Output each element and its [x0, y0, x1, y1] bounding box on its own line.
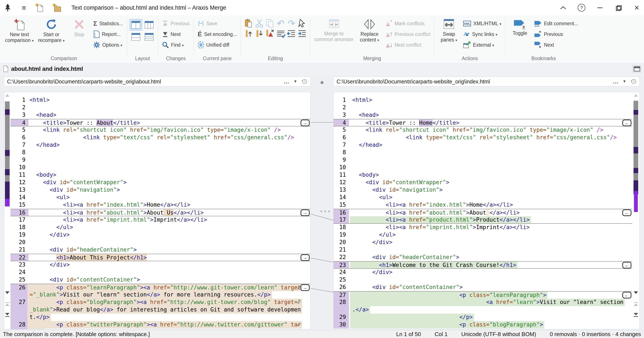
right-code-line-wrap[interactable]: .</a> — [334, 306, 632, 314]
statistics-button[interactable]: Σ Statistics... — [92, 19, 124, 28]
right-code-line[interactable]: 21 — [334, 246, 632, 254]
copy-change-to-left-button[interactable]: ← — [622, 120, 632, 126]
last-change-icon[interactable] — [634, 312, 638, 318]
next-conflict-button[interactable]: Next conflict — [384, 40, 432, 50]
first-change-icon[interactable] — [5, 302, 10, 308]
copy-change-to-right-button[interactable]: → — [300, 284, 310, 291]
minimize-button[interactable] — [596, 4, 604, 12]
left-code-pane[interactable]: 1<html>23 <head>4 <title>Tower :: About<… — [4, 92, 311, 330]
left-file-path-bar[interactable]: C:\Users\brunobrito\Documents\carparts-w… — [4, 76, 311, 86]
left-overview-strip[interactable] — [4, 92, 10, 329]
open-folder-icon[interactable] — [52, 3, 61, 12]
status-encoding[interactable]: Unicode (UTF-8 without BOM) — [461, 331, 536, 338]
new-text-comparison-button[interactable]: New textcomparison — [4, 17, 35, 44]
right-code-line[interactable]: 23 <h1>Welcome to the Git Crash Course!<… — [334, 261, 632, 269]
select-cursor-icon[interactable] — [297, 18, 307, 28]
right-code-line[interactable]: 15 <li><a href="index.html">Home</a></li… — [334, 201, 632, 209]
left-code-line[interactable]: 14 <ul> — [10, 194, 310, 201]
left-code-line[interactable]: 20 — [10, 239, 310, 246]
right-code-line[interactable]: 13 <div id="navigation"> — [334, 186, 632, 194]
mark-conflicts-button[interactable]: Mark conflicts — [384, 19, 432, 28]
restore-button[interactable] — [614, 4, 622, 12]
xml-html-button[interactable]: XML XML/HTML — [462, 19, 502, 28]
history-clock-icon[interactable] — [302, 78, 308, 84]
left-code-line[interactable]: 5 <link rel="shortcut icon" href="img/fa… — [10, 126, 310, 134]
path-dropdown-icon[interactable]: ▼ — [622, 79, 626, 84]
left-code-line[interactable]: 12 <div id="contentWrapper"> — [10, 179, 310, 186]
sync-links-button[interactable]: Sync links — [462, 30, 502, 39]
right-code-line[interactable]: 28 <a href="learn">Visit our "learn" sec… — [334, 299, 632, 306]
cut-icon[interactable] — [254, 18, 264, 28]
comparison-tab[interactable]: about.html and index.html — [3, 66, 83, 72]
right-code-line[interactable]: 24 </div> — [334, 269, 632, 276]
redo-icon[interactable]: ↷ — [286, 18, 296, 28]
right-code-line[interactable]: 2 — [334, 104, 632, 112]
right-code-line[interactable]: 20 </div> — [334, 239, 632, 246]
copy-change-to-right-button[interactable]: → — [300, 120, 310, 126]
left-code-line-wrap[interactable]: ="_blank">Visit our "learn" section</a> … — [10, 291, 310, 299]
set-encoding-button[interactable]: É Set encoding... — [196, 30, 238, 39]
layout-three-rows-button[interactable] — [143, 31, 155, 42]
left-code-line[interactable]: 18 </ul> — [10, 224, 310, 231]
replace-content-button[interactable]: Replacecontent — [356, 17, 383, 44]
right-code-line[interactable]: 4 <title>Tower :: Home</title>← — [334, 119, 632, 126]
copy-change-to-right-button[interactable]: → — [300, 254, 310, 261]
left-code-line[interactable]: 4 <title>Tower :: About</title>→ — [10, 119, 310, 126]
options-button[interactable]: Options — [92, 40, 124, 50]
edit-comment-button[interactable]: Edit comment... — [533, 19, 580, 28]
save-button[interactable]: Save — [196, 19, 238, 28]
right-code-line[interactable]: 26 <div id="contentContainer"> — [334, 284, 632, 291]
right-code-line[interactable]: 25 — [334, 276, 632, 284]
right-code-line[interactable]: 1<html> — [334, 96, 632, 104]
find-button[interactable]: Find — [161, 40, 191, 50]
path-dropdown-icon[interactable]: ▼ — [294, 79, 297, 84]
paste-button[interactable] — [244, 18, 254, 28]
left-code-line[interactable]: 16 <li><a href="about.html">About Us</a>… — [10, 209, 310, 216]
layout-two-columns-button[interactable] — [130, 19, 142, 30]
toggle-bookmark-button[interactable]: Toggle — [508, 17, 532, 36]
right-code-line[interactable]: 6 <link type="text/css" rel="stylesheet"… — [334, 134, 632, 142]
left-code-line[interactable]: 6 <link type="text/css" rel="stylesheet"… — [10, 134, 310, 142]
right-code-line[interactable]: 14 <ul> — [334, 194, 632, 201]
right-code-line[interactable]: 30 <p class="blogParagraph"> — [334, 321, 632, 328]
right-code-line[interactable]: 22 <div id="headerContainer"> — [334, 254, 632, 261]
right-code-line[interactable]: 9 — [334, 156, 632, 164]
report-button[interactable]: Report... — [92, 30, 124, 39]
left-code-line-wrap[interactable]: t.</p> — [10, 314, 310, 321]
right-code-line[interactable]: 29 </p> — [334, 314, 632, 321]
scroll-up-icon[interactable] — [5, 94, 9, 97]
last-change-icon[interactable] — [5, 312, 10, 318]
mark-lines-up-icon[interactable] — [244, 29, 254, 38]
stop-button[interactable]: Stop — [67, 17, 91, 38]
right-file-path[interactable]: C:\Users\brunobrito\Documents\carparts-w… — [336, 78, 612, 85]
accept-lines-icon[interactable] — [276, 29, 286, 38]
left-code-line[interactable]: 17 <li><a href="imprint.html">Imprint</a… — [10, 216, 310, 224]
start-or-recompare-button[interactable]: Start orrecompare — [36, 17, 66, 44]
left-code-line[interactable]: 24 — [10, 269, 310, 276]
left-code-line-wrap[interactable]: get= — [10, 328, 310, 329]
close-button[interactable]: × — [632, 4, 641, 12]
right-code-line[interactable]: 8 — [334, 149, 632, 156]
collapse-ribbon-icon[interactable] — [559, 4, 568, 12]
mark-lines-down-icon[interactable] — [254, 29, 264, 38]
left-code-line[interactable]: 27 <p class="blogParagraph"><a href="htt… — [10, 299, 310, 306]
pane-layout-button[interactable] — [632, 65, 642, 73]
browse-ellipsis-icon[interactable]: … — [612, 78, 618, 85]
right-code-line[interactable]: 7 </head> — [334, 142, 632, 149]
left-code-line[interactable]: 1<html> — [10, 96, 310, 104]
copy-change-to-left-button[interactable]: ← — [622, 210, 632, 216]
help-icon[interactable]: ? — [577, 4, 586, 12]
next-change-button[interactable]: Next — [161, 30, 191, 39]
right-code-line[interactable]: 17 <li><a href="product.html">Product</a… — [334, 216, 632, 224]
left-code-line[interactable]: 21 <div id="headerContainer"> — [10, 246, 310, 254]
right-code-line[interactable]: 12 <div id="contentWrapper"> — [334, 179, 632, 186]
next-bookmark-button[interactable]: Next — [533, 40, 580, 50]
right-code-line[interactable]: 16 <li><a href="about.html">About </a></… — [334, 209, 632, 216]
copy-change-to-right-button[interactable]: → — [300, 210, 310, 216]
unified-diff-button[interactable]: Unified diff — [196, 40, 238, 50]
scroll-down-icon[interactable] — [634, 291, 638, 296]
left-code-line[interactable]: 9 — [10, 156, 310, 164]
layout-three-columns-button[interactable] — [143, 19, 155, 30]
indent-lines-icon[interactable] — [297, 29, 307, 38]
left-code-line[interactable]: 15 <li><a href="index.html">Home</a></li… — [10, 201, 310, 209]
